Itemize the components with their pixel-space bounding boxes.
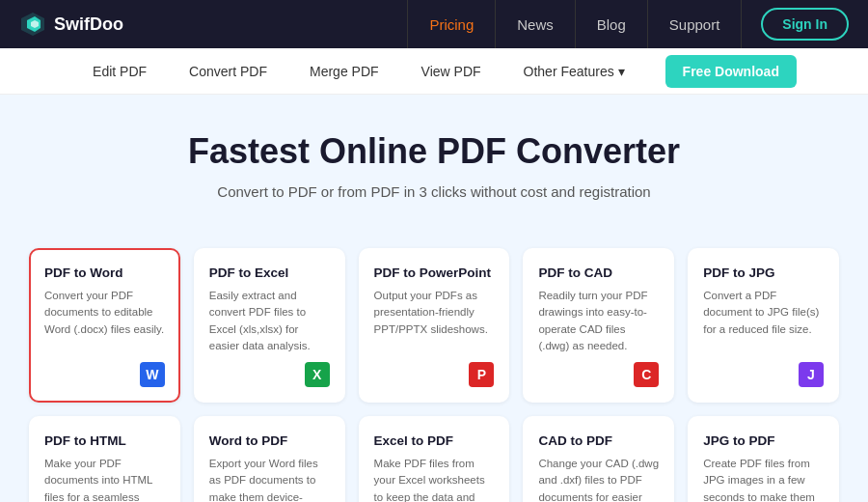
- card-cad-to-pdf[interactable]: CAD to PDFChange your CAD (.dwg and .dxf…: [523, 416, 674, 502]
- card-desc: Convert a PDF document to JPG file(s) fo…: [703, 288, 824, 354]
- sign-in-button[interactable]: Sign In: [761, 8, 849, 41]
- nav-link-news[interactable]: News: [496, 0, 576, 48]
- card-icon: P: [469, 362, 494, 387]
- card-desc: Easily extract and convert PDF files to …: [209, 288, 330, 354]
- card-title: Word to PDF: [209, 433, 330, 448]
- nav-view-pdf[interactable]: View PDF: [400, 48, 502, 95]
- card-icon-area: W: [44, 362, 165, 387]
- card-title: PDF to HTML: [44, 433, 165, 448]
- card-title: CAD to PDF: [538, 433, 659, 448]
- card-pdf-to-jpg[interactable]: PDF to JPGConvert a PDF document to JPG …: [688, 248, 839, 403]
- card-icon-area: P: [374, 362, 495, 387]
- card-title: PDF to Excel: [209, 265, 330, 280]
- nav-merge-pdf[interactable]: Merge PDF: [288, 48, 400, 95]
- card-icon: J: [799, 362, 824, 387]
- logo-icon: [19, 11, 46, 38]
- hero-section: Fastest Online PDF Converter Convert to …: [0, 95, 868, 229]
- card-title: Excel to PDF: [374, 433, 495, 448]
- card-desc: Make PDF files from your Excel worksheet…: [374, 456, 495, 502]
- card-title: PDF to PowerPoint: [374, 265, 495, 280]
- nav-link-pricing[interactable]: Pricing: [407, 0, 496, 48]
- card-pdf-to-excel[interactable]: PDF to ExcelEasily extract and convert P…: [194, 248, 345, 403]
- card-icon-area: C: [538, 362, 659, 387]
- card-desc: Output your PDFs as presentation-friendl…: [374, 288, 495, 354]
- card-icon: C: [634, 362, 659, 387]
- logo-text: SwifDoo: [54, 14, 123, 35]
- card-title: PDF to Word: [44, 265, 165, 280]
- nav-link-blog[interactable]: Blog: [576, 0, 648, 48]
- hero-title: Fastest Online PDF Converter: [19, 131, 849, 172]
- card-excel-to-pdf[interactable]: Excel to PDFMake PDF files from your Exc…: [359, 416, 510, 502]
- nav-convert-pdf[interactable]: Convert PDF: [168, 48, 288, 95]
- free-download-button[interactable]: Free Download: [665, 55, 797, 88]
- hero-subtitle: Convert to PDF or from PDF in 3 clicks w…: [19, 183, 849, 200]
- card-title: PDF to CAD: [538, 265, 659, 280]
- card-pdf-to-powerpoint[interactable]: PDF to PowerPointOutput your PDFs as pre…: [359, 248, 510, 403]
- card-icon: X: [305, 362, 330, 387]
- nav-edit-pdf[interactable]: Edit PDF: [71, 48, 168, 95]
- top-nav-links: Pricing News Blog Support: [407, 0, 742, 48]
- secondary-nav: Edit PDF Convert PDF Merge PDF View PDF …: [0, 48, 868, 95]
- card-pdf-to-cad[interactable]: PDF to CADReadily turn your PDF drawings…: [523, 248, 674, 403]
- nav-other-features[interactable]: Other Features ▾: [502, 48, 646, 95]
- card-desc: Change your CAD (.dwg and .dxf) files to…: [538, 456, 659, 502]
- card-icon-area: J: [703, 362, 824, 387]
- card-desc: Convert your PDF documents to editable W…: [44, 288, 165, 354]
- logo-area: SwifDoo: [19, 11, 123, 38]
- card-icon-area: X: [209, 362, 330, 387]
- top-cards-row: PDF to WordConvert your PDF documents to…: [29, 248, 839, 403]
- card-desc: Create PDF files from JPG images in a fe…: [703, 456, 824, 502]
- card-desc: Make your PDF documents into HTML files …: [44, 456, 165, 502]
- bottom-cards-row: PDF to HTMLMake your PDF documents into …: [29, 416, 839, 502]
- card-word-to-pdf[interactable]: Word to PDFExport your Word files as PDF…: [194, 416, 345, 502]
- cards-section: PDF to WordConvert your PDF documents to…: [0, 229, 868, 502]
- top-nav: SwifDoo Pricing News Blog Support Sign I…: [0, 0, 868, 48]
- card-desc: Readily turn your PDF drawings into easy…: [538, 288, 659, 354]
- card-desc: Export your Word files as PDF documents …: [209, 456, 330, 502]
- card-pdf-to-word[interactable]: PDF to WordConvert your PDF documents to…: [29, 248, 180, 403]
- card-pdf-to-html[interactable]: PDF to HTMLMake your PDF documents into …: [29, 416, 180, 502]
- nav-link-support[interactable]: Support: [648, 0, 743, 48]
- card-title: JPG to PDF: [703, 433, 824, 448]
- card-jpg-to-pdf[interactable]: JPG to PDFCreate PDF files from JPG imag…: [688, 416, 839, 502]
- card-icon: W: [140, 362, 165, 387]
- card-title: PDF to JPG: [703, 265, 824, 280]
